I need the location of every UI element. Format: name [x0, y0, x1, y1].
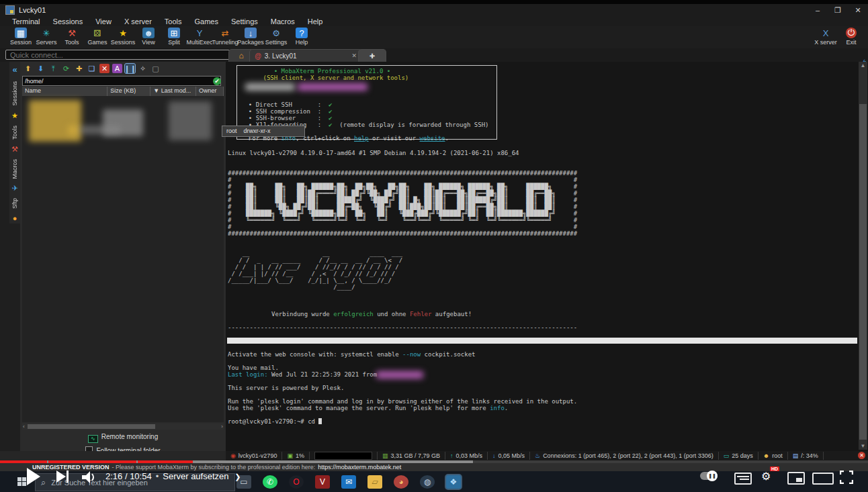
chapter-title[interactable]: Server aufsetzen — [163, 471, 228, 481]
settings-button[interactable]: ⚙Settings — [263, 26, 289, 46]
theater-mode-icon[interactable] — [812, 473, 834, 485]
subtitles-icon[interactable] — [734, 473, 752, 485]
autoplay-toggle[interactable]: ❚❚ — [700, 472, 718, 480]
tab-label: 3. Lvcky01 — [265, 52, 297, 60]
sftp-path-input[interactable] — [22, 76, 221, 86]
servers-button[interactable]: ✳Servers — [34, 26, 59, 46]
sidebar-tab-sessions[interactable]: Sessions — [11, 81, 18, 106]
macros-icon[interactable]: ✈ — [11, 184, 17, 193]
servers-label: Servers — [36, 39, 56, 46]
tools-icon[interactable]: ⚒ — [11, 145, 18, 154]
remote-monitoring-button[interactable]: ∿Remote monitoring — [20, 433, 226, 443]
steam-icon[interactable]: ◍ — [420, 475, 435, 489]
session-label: Session — [10, 39, 32, 46]
new-folder-icon[interactable]: ✚ — [74, 64, 84, 73]
delete-icon[interactable]: ✕ — [99, 64, 110, 73]
rename-icon[interactable]: A — [112, 64, 122, 73]
packages-icon: ↓ — [245, 28, 257, 38]
sftp-icon[interactable]: ● — [13, 214, 17, 222]
screenshot-icon[interactable]: ▢ — [150, 64, 161, 73]
column-header-owner[interactable]: Owner — [196, 87, 224, 96]
hscroll-thumb[interactable] — [28, 424, 155, 429]
menu-item-x-server[interactable]: X server — [124, 17, 152, 26]
exit-button[interactable]: ⏻Exit — [838, 26, 864, 46]
sessions-star-icon[interactable]: ★ — [11, 111, 18, 120]
opera-icon[interactable]: O — [289, 475, 304, 489]
horizontal-scrollbar[interactable]: ‹ › — [22, 424, 224, 430]
start-button[interactable] — [17, 477, 26, 486]
scroll-up-icon[interactable]: ▲ — [859, 62, 867, 69]
quick-connect-input[interactable] — [5, 50, 230, 60]
x-server-button[interactable]: XX server — [813, 26, 838, 46]
blurred-lastlogin-ip — [376, 371, 423, 379]
play-button[interactable] — [27, 468, 40, 485]
settings-gear-icon[interactable]: ⚙ HD — [761, 470, 771, 483]
wand-icon[interactable]: ✧ — [138, 64, 148, 73]
tab-active-session[interactable]: @ 3. Lvcky01 ✕ — [249, 49, 362, 62]
user-indicator-icon: ☻ — [763, 452, 769, 459]
sidebar-tab-sftp[interactable]: Sftp — [11, 198, 18, 209]
firefox-icon[interactable]: ◕ — [394, 475, 408, 489]
user-indicator: ☻root — [758, 452, 788, 460]
menu-item-terminal[interactable]: Terminal — [12, 17, 40, 26]
upload-icon[interactable]: ⤒ — [48, 64, 58, 73]
miniplayer-icon[interactable] — [787, 472, 805, 485]
terminal-scrollbar[interactable]: ▲ ▼ — [859, 62, 867, 450]
explorer-icon[interactable]: ▱ — [367, 475, 382, 489]
folder-up-icon[interactable]: ⬆ — [23, 64, 33, 73]
unregistered-link[interactable]: https://mobaxterm.mobatek.net — [318, 464, 401, 471]
tools-button[interactable]: ⚒Tools — [59, 26, 85, 46]
collapse-sidebar-button[interactable]: « — [12, 64, 17, 75]
games-button[interactable]: ⚄Games — [85, 26, 110, 46]
uptime-indicator: ▭25 days — [719, 452, 758, 460]
scroll-down-icon[interactable]: ▼ — [859, 442, 867, 450]
next-button[interactable] — [56, 471, 66, 483]
menu-item-tools[interactable]: Tools — [165, 17, 182, 26]
tunneling-button[interactable]: ⇄Tunneling — [212, 26, 238, 46]
menu-item-games[interactable]: Games — [195, 17, 218, 26]
voicemeeter-icon[interactable]: V — [315, 475, 330, 489]
menu-item-view[interactable]: View — [95, 17, 112, 26]
statusbar-close-wrap: ✕ — [854, 451, 868, 460]
refresh-icon[interactable]: ⟳ — [61, 64, 71, 73]
chapter-chevron-icon[interactable]: ❯ — [231, 473, 241, 481]
menu-item-settings[interactable]: Settings — [231, 17, 258, 26]
menu-item-macros[interactable]: Macros — [271, 17, 295, 26]
x-server-icon: X — [820, 28, 832, 38]
session-button[interactable]: ▦Session — [8, 26, 34, 46]
restore-button[interactable]: ❐ — [828, 4, 848, 16]
menu-item-sessions[interactable]: Sessions — [53, 17, 83, 26]
download-icon[interactable]: ⬇ — [36, 64, 46, 73]
help-button[interactable]: ?Help — [289, 26, 314, 46]
fullscreen-icon[interactable] — [840, 471, 853, 484]
new-tab-button[interactable]: ✚ — [358, 49, 386, 62]
photos-app-icon[interactable]: ❖ — [446, 475, 461, 489]
vscroll-thumb[interactable] — [859, 104, 867, 440]
sidebar-tab-macros[interactable]: Macros — [11, 159, 18, 179]
sidebar-tab-tools[interactable]: Tools — [11, 126, 18, 140]
view-button[interactable]: ☻View — [136, 26, 161, 46]
split-button[interactable]: ⊞Split — [161, 26, 187, 46]
sessions-button[interactable]: ★Sessions — [110, 26, 136, 46]
whatsapp-icon[interactable]: ✆ — [263, 475, 277, 489]
menu-item-help[interactable]: Help — [308, 17, 323, 26]
statusbar-close-icon[interactable]: ✕ — [858, 452, 865, 459]
multiexec-button[interactable]: YMultiExec — [187, 26, 212, 46]
split-view-icon[interactable]: ❙❙ — [125, 64, 135, 73]
terminal-screen[interactable]: • MobaXterm Professional v21.0 • (SSH cl… — [226, 62, 868, 451]
column-header-size-kb[interactable]: Size (KB) — [107, 87, 150, 96]
file-list[interactable] — [22, 96, 224, 422]
new-file-icon[interactable]: ❏ — [87, 64, 97, 73]
help-icon: ? — [296, 28, 308, 38]
column-header-last-mod[interactable]: ▼ Last mod... — [150, 87, 196, 96]
uptime-indicator-label: 25 days — [732, 452, 753, 459]
minimize-button[interactable]: – — [808, 4, 828, 16]
tab-close-icon[interactable]: ✕ — [351, 52, 357, 59]
close-button[interactable]: ✕ — [848, 4, 868, 16]
column-header-name[interactable]: Name — [22, 87, 107, 96]
mail-icon[interactable]: ✉ — [341, 475, 356, 489]
packages-label: Packages — [237, 39, 264, 46]
packages-button[interactable]: ↓Packages — [238, 26, 263, 46]
volume-icon[interactable] — [81, 470, 97, 485]
tunneling-label: Tunneling — [212, 39, 238, 46]
